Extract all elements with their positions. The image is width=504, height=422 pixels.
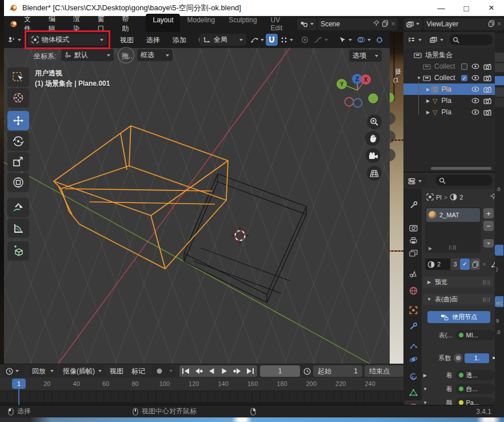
properties-tab-particles[interactable] <box>405 339 422 352</box>
slot-expand-arrow[interactable]: ▶ <box>429 246 432 251</box>
properties-tab-modifiers[interactable] <box>405 319 422 333</box>
timeline-editor-button[interactable] <box>3 365 24 377</box>
cursor-tool[interactable] <box>7 88 29 108</box>
playhead[interactable]: 1 <box>12 379 26 389</box>
unlink-scene-button[interactable]: × <box>391 20 395 28</box>
markers-menu[interactable]: 标记 <box>131 365 145 377</box>
workspace-tab[interactable]: Modeling <box>180 14 222 34</box>
viewlayer-selector[interactable]: ViewLayer × <box>423 18 504 30</box>
breadcrumb-object[interactable]: Pl <box>436 194 442 201</box>
properties-tab-render[interactable] <box>405 221 422 234</box>
menu-item[interactable]: 渲染 <box>67 14 91 34</box>
outliner-editor-button[interactable] <box>406 34 425 46</box>
expander-icon[interactable]: ▶ <box>425 110 431 115</box>
scale-tool[interactable] <box>7 152 29 172</box>
select-box-tool[interactable] <box>7 67 29 87</box>
editor-type-button[interactable] <box>7 34 21 46</box>
outliner-item-label[interactable]: Pla <box>441 85 451 93</box>
properties-editor-button[interactable] <box>406 175 427 187</box>
maximize-button[interactable]: □ <box>454 0 479 16</box>
new-scene-button[interactable] <box>382 20 389 29</box>
zoom-button[interactable] <box>367 114 382 129</box>
render-visibility-icon[interactable] <box>483 75 491 81</box>
breadcrumb-material[interactable]: 2 <box>459 194 463 201</box>
play-reverse-button[interactable] <box>205 365 218 377</box>
exclude-checkbox[interactable]: ✓ <box>461 75 467 81</box>
viewport-menu-item[interactable]: 视图 <box>114 34 140 47</box>
menu-item[interactable]: 帮助 <box>116 14 141 34</box>
properties-search-input[interactable] <box>435 175 493 186</box>
shader-menu[interactable]: 自... <box>455 384 495 394</box>
hide-eye-icon[interactable] <box>471 63 479 69</box>
outliner-row[interactable]: ▶▽Pla <box>403 95 495 106</box>
camera-reference-strip[interactable]: 摄 (1 <box>390 32 403 364</box>
ortho-grid-button[interactable] <box>367 166 382 181</box>
properties-tab-scene[interactable] <box>405 266 422 280</box>
prev-keyframe-button[interactable] <box>193 365 206 377</box>
timeline-ruler[interactable]: 1 20406080100120140160180200220240 <box>0 378 403 391</box>
properties-tab-physics[interactable] <box>405 352 422 366</box>
use-nodes-button[interactable]: 使用节点 <box>427 311 490 323</box>
jump-to-start-button[interactable] <box>179 365 193 377</box>
blender-menu-icon[interactable] <box>9 20 18 28</box>
outliner-item-label[interactable]: Pla <box>441 108 451 116</box>
outliner-row[interactable]: Collect <box>403 61 495 72</box>
outliner-item-label[interactable]: Pla <box>441 97 451 105</box>
expander-icon[interactable]: ▶ <box>425 98 431 103</box>
xray-toggle[interactable] <box>377 34 384 46</box>
move-tool[interactable] <box>7 111 29 130</box>
playback-menu[interactable]: 回放 <box>29 365 57 377</box>
keying-menu[interactable]: 抠像(插帧) <box>59 365 105 377</box>
properties-tab-world[interactable] <box>405 284 422 297</box>
frame-start-field[interactable]: 起始 1 <box>313 365 362 377</box>
material-datablock[interactable]: 2 <box>425 258 450 270</box>
auto-key-record-button[interactable] <box>152 365 176 377</box>
rotate-tool[interactable] <box>7 132 29 151</box>
preview-panel-header[interactable]: ▶预览 <box>423 277 494 288</box>
hide-eye-icon[interactable] <box>471 109 479 115</box>
menu-item[interactable]: 编辑 <box>42 14 67 34</box>
timeline-tracks[interactable] <box>0 391 403 405</box>
users-count-button[interactable]: 3 <box>451 258 459 270</box>
factor-slider[interactable]: 1. <box>465 353 490 363</box>
jump-to-end-button[interactable] <box>244 365 257 377</box>
pan-hand-button[interactable] <box>365 131 380 146</box>
outliner-scrollbar[interactable] <box>431 167 491 170</box>
scene-browse-button[interactable] <box>297 18 317 30</box>
properties-tab-object-data[interactable] <box>405 385 422 399</box>
measure-tool[interactable] <box>7 218 29 238</box>
pin-icon[interactable] <box>373 20 379 28</box>
outliner-item-label[interactable]: 场景集合 <box>425 50 453 60</box>
snap-toggle[interactable] <box>266 34 278 46</box>
orientation-dropdown[interactable]: 全局 <box>199 34 246 46</box>
shader-menu[interactable]: 透... <box>455 370 495 380</box>
properties-tab-view-layer[interactable] <box>405 246 422 260</box>
outliner-item-label[interactable]: Collect <box>434 74 455 82</box>
slot-specials-button[interactable] <box>483 239 494 248</box>
falloff-dropdown[interactable] <box>314 34 328 46</box>
properties-tab-tool[interactable] <box>405 198 422 212</box>
scene-selector[interactable]: Scene × <box>318 18 398 30</box>
field-expander-icon[interactable]: ▼ <box>422 387 429 392</box>
remove-slot-button[interactable]: − <box>483 221 494 231</box>
overlays-dropdown[interactable] <box>357 34 371 46</box>
annotate-tool[interactable] <box>7 198 29 217</box>
render-visibility-icon[interactable] <box>483 109 491 116</box>
new-viewlayer-button[interactable] <box>488 20 495 29</box>
view-menu[interactable]: 视图 <box>110 365 123 377</box>
fake-user-shield-toggle[interactable]: ✓ <box>460 258 470 270</box>
viewport-3d[interactable]: 坐标系: 默认 拖.. 框选 选项 用户透视 (1) 场景集合 | Plane.… <box>4 48 390 364</box>
workspace-tab[interactable]: Layout <box>146 14 180 34</box>
surface-panel-header[interactable]: ▼表(曲)面 <box>423 294 494 305</box>
menu-item[interactable]: 窗口 <box>91 14 116 34</box>
outliner-row[interactable]: 场景集合 <box>403 49 495 61</box>
render-visibility-icon[interactable] <box>483 98 491 104</box>
add-cube-tool[interactable] <box>7 241 29 261</box>
hide-eye-icon[interactable] <box>471 98 479 103</box>
add-slot-button[interactable]: + <box>483 208 494 218</box>
unlink-material-button[interactable]: × <box>481 258 488 270</box>
viewport-menu-item[interactable]: 添加 <box>166 34 193 47</box>
viewlayer-browse-button[interactable] <box>403 18 422 30</box>
hide-eye-icon[interactable] <box>471 75 479 81</box>
new-material-button[interactable] <box>470 258 480 270</box>
